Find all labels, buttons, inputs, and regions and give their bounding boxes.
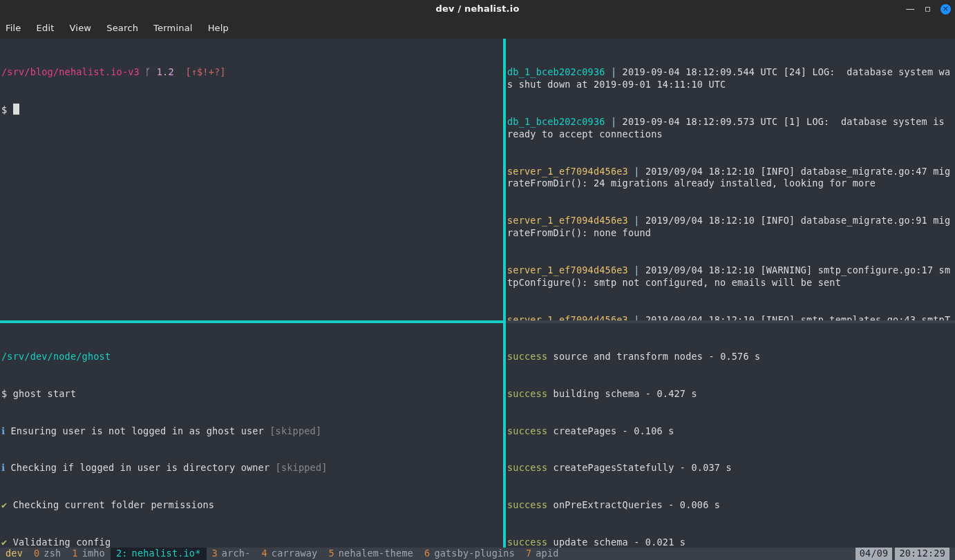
status-date: 04/09: [855, 548, 893, 560]
git-branch: 1.2: [151, 66, 173, 77]
window-tab-2-active[interactable]: 2:nehalist.io*: [111, 548, 207, 560]
git-status-flags: [↑$!+?]: [185, 66, 225, 77]
window-titlebar: dev / nehalist.io — ▫ ×: [0, 0, 955, 18]
log-line: db_1_bceb202c0936 | 2019-09-04 18:12:09.…: [507, 66, 954, 91]
menu-search[interactable]: Search: [106, 22, 138, 34]
maximize-icon[interactable]: ▫: [925, 3, 931, 15]
status-tag: success: [507, 388, 547, 399]
status-tag: success: [507, 351, 547, 362]
window-tab-7[interactable]: 7apid: [520, 548, 565, 560]
pane-top-left[interactable]: /srv/blog/nehalist.io-v3 ᚴ 1.2 [↑$!+?] $: [0, 39, 503, 320]
log-line: server_1_ef7094d456e3 | 2019/09/04 18:12…: [507, 215, 954, 240]
log-line: server_1_ef7094d456e3 | 2019/09/04 18:12…: [507, 166, 954, 191]
window-tab-3[interactable]: 3arch-: [207, 548, 256, 560]
info-icon: ℹ: [1, 425, 11, 436]
window-tab-4[interactable]: 4carraway: [256, 548, 323, 560]
prompt-line: /srv/blog/nehalist.io-v3 ᚴ 1.2 [↑$!+?]: [1, 66, 502, 79]
log-line: server_1_ef7094d456e3 | 2019/09/04 18:12…: [507, 264, 954, 289]
cwd-path: /srv/dev/node/ghost: [1, 351, 111, 362]
window-title: dev / nehalist.io: [435, 3, 519, 15]
window-tab-6[interactable]: 6gatsby-plugins: [419, 548, 520, 560]
pane-bottom-right[interactable]: success source and transform nodes - 0.5…: [506, 323, 955, 548]
tmux-status-bar: dev 0zsh 1imho 2:nehalist.io* 3arch- 4ca…: [0, 548, 955, 560]
info-icon: ℹ: [1, 462, 11, 473]
pane-bottom-left[interactable]: /srv/dev/node/ghost $ ghost start ℹ Ensu…: [0, 323, 503, 548]
window-tab-0[interactable]: 0zsh: [28, 548, 66, 560]
menu-terminal[interactable]: Terminal: [153, 22, 193, 34]
status-tag: success: [507, 537, 547, 548]
minimize-icon[interactable]: —: [906, 3, 915, 15]
shell-prompt: $: [1, 104, 502, 117]
status-clock: 20:12:29: [895, 548, 949, 560]
check-icon: ✔: [1, 499, 13, 510]
cwd-path: /srv/blog/nehalist.io-v3: [1, 66, 140, 77]
pane-top-right[interactable]: db_1_bceb202c0936 | 2019-09-04 18:12:09.…: [506, 39, 955, 320]
status-tag: success: [507, 462, 547, 473]
status-tag: success: [507, 425, 547, 436]
close-icon[interactable]: ×: [940, 4, 951, 15]
status-tag: success: [507, 499, 547, 510]
window-tab-5[interactable]: 5nehalem-theme: [323, 548, 419, 560]
menu-file[interactable]: File: [6, 22, 21, 34]
tmux-grid: /srv/blog/nehalist.io-v3 ᚴ 1.2 [↑$!+?] $…: [0, 39, 955, 548]
log-line: db_1_bceb202c0936 | 2019-09-04 18:12:09.…: [507, 116, 954, 141]
check-icon: ✔: [1, 537, 13, 548]
cursor: [13, 104, 19, 115]
window-controls: — ▫ ×: [906, 3, 951, 15]
menu-view[interactable]: View: [70, 22, 92, 34]
window-tab-1[interactable]: 1imho: [66, 548, 111, 560]
menu-edit[interactable]: Edit: [37, 22, 55, 34]
session-name[interactable]: dev: [0, 548, 28, 560]
log-line: server_1_ef7094d456e3 | 2019/09/04 18:12…: [507, 314, 954, 320]
menu-help[interactable]: Help: [208, 22, 229, 34]
menu-bar: File Edit View Search Terminal Help: [0, 18, 955, 39]
command-line: $ ghost start: [1, 388, 502, 400]
